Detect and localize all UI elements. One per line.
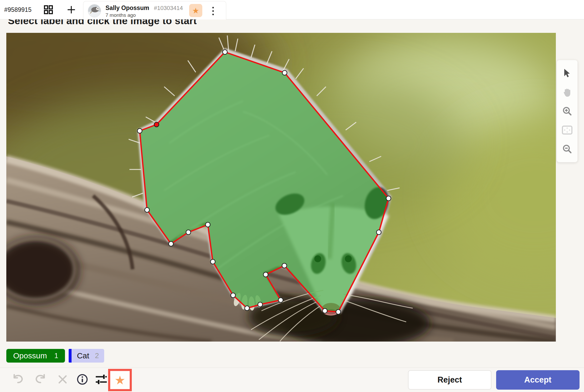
polygon-vertex[interactable] xyxy=(323,308,327,313)
ground-truth-star-button[interactable]: ★ xyxy=(108,369,132,391)
polygon-vertex[interactable] xyxy=(223,50,227,54)
annotation-tab[interactable]: Sally Opossum #10303414 7 months ago ★ xyxy=(83,1,226,19)
canvas-tools-panel xyxy=(557,60,578,162)
polygon-vertex[interactable] xyxy=(386,196,391,201)
annotation-time: 7 months ago xyxy=(105,12,136,18)
pan-hand-tool-icon[interactable] xyxy=(561,86,573,99)
top-bar: #9589915 Sally Opossum #10303414 xyxy=(0,0,584,19)
polygon-vertex[interactable] xyxy=(278,298,283,302)
polygon-vertex[interactable] xyxy=(186,230,191,235)
polygon-vertex[interactable] xyxy=(282,263,287,268)
action-bar: ★ Reject Accept xyxy=(0,368,584,392)
task-id: #9589915 xyxy=(4,6,32,13)
delete-region-icon[interactable] xyxy=(58,375,67,385)
info-icon[interactable] xyxy=(77,374,88,386)
reject-button[interactable]: Reject xyxy=(408,370,491,390)
accept-button[interactable]: Accept xyxy=(496,370,580,390)
annotation-id: #10303414 xyxy=(154,5,183,12)
redo-icon[interactable] xyxy=(35,374,46,386)
polygon-vertex[interactable] xyxy=(231,293,235,298)
polygon-vertex[interactable] xyxy=(282,70,287,75)
polygon-vertex[interactable] xyxy=(336,310,341,314)
grid-view-icon[interactable] xyxy=(44,5,53,16)
polygon-vertex[interactable] xyxy=(137,128,142,133)
settings-sliders-icon[interactable] xyxy=(95,374,107,386)
add-annotation-icon[interactable] xyxy=(67,5,76,15)
annotator-name: Sally Opossum xyxy=(105,4,149,12)
fit-screen-tool-icon[interactable] xyxy=(561,124,573,136)
star-icon[interactable]: ★ xyxy=(189,4,202,17)
label-name: Opossum xyxy=(13,351,47,360)
polygon-vertex[interactable] xyxy=(205,222,210,227)
label-name: Cat xyxy=(77,351,89,360)
zoom-out-tool-icon[interactable] xyxy=(561,143,573,155)
polygon-vertex[interactable] xyxy=(263,272,268,277)
polygon-vertex[interactable] xyxy=(154,122,159,127)
label-hotkey: 1 xyxy=(54,352,58,360)
label-chip-cat[interactable]: Cat 2 xyxy=(69,349,104,363)
label-color-bar xyxy=(69,349,72,363)
zoom-in-tool-icon[interactable] xyxy=(561,105,573,117)
polygon-vertex[interactable] xyxy=(258,302,263,307)
star-icon: ★ xyxy=(114,374,125,386)
label-hotkey: 2 xyxy=(95,352,99,360)
cursor-tool-icon[interactable] xyxy=(561,67,573,80)
label-selector: Opossum 1 Cat 2 xyxy=(6,349,104,363)
polygon-vertex[interactable] xyxy=(376,230,381,235)
annotator-avatar xyxy=(88,4,101,17)
kebab-menu-icon[interactable] xyxy=(209,5,217,17)
annotation-canvas[interactable] xyxy=(6,33,556,342)
undo-icon[interactable] xyxy=(12,374,24,386)
polygon-vertex[interactable] xyxy=(145,208,149,212)
polygon-vertex[interactable] xyxy=(245,306,249,311)
label-chip-opossum[interactable]: Opossum 1 xyxy=(6,349,65,363)
polygon-vertex[interactable] xyxy=(169,241,173,246)
polygon-vertex[interactable] xyxy=(210,259,215,264)
